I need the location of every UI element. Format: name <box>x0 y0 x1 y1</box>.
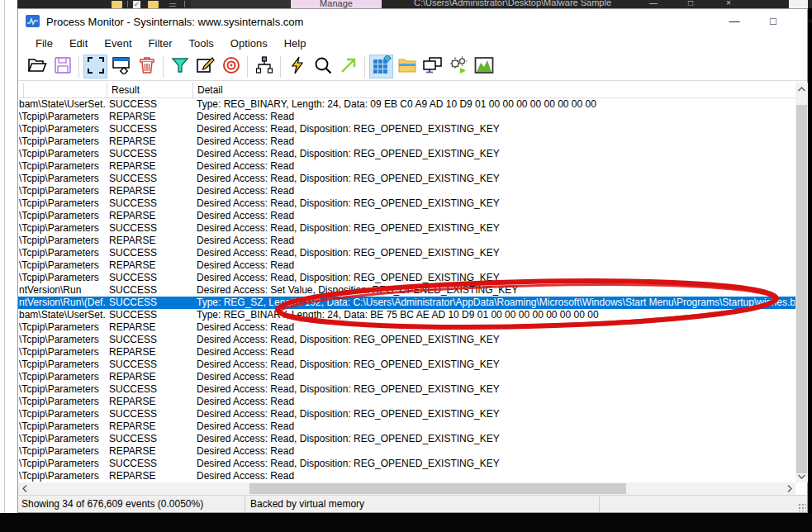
table-row[interactable]: \Tcpip\Parameters REPARSE Desired Access… <box>18 420 795 433</box>
cell-detail: Desired Access: Read, Disposition: REG_O… <box>197 334 795 346</box>
cell-detail: Desired Access: Read, Disposition: REG_O… <box>197 173 795 185</box>
cell-detail: Desired Access: Read, Disposition: REG_O… <box>197 148 795 160</box>
table-row[interactable]: \Tcpip\Parameters REPARSE Desired Access… <box>18 185 795 197</box>
cell-detail: Desired Access: Read <box>197 346 795 359</box>
highlight-button[interactable] <box>193 55 217 78</box>
resize-grip[interactable] <box>798 503 806 511</box>
horizontal-scrollbar[interactable] <box>18 482 795 495</box>
table-row[interactable]: \Tcpip\Parameters SUCCESS Desired Access… <box>18 433 795 445</box>
table-row[interactable]: \Tcpip\Parameters REPARSE Desired Access… <box>18 321 795 334</box>
column-header-result[interactable]: Result <box>112 84 140 96</box>
open-button[interactable] <box>25 55 49 78</box>
menu-item-help[interactable]: Help <box>276 35 315 52</box>
table-row[interactable]: \Tcpip\Parameters SUCCESS Desired Access… <box>18 334 795 346</box>
cell-result: SUCCESS <box>109 123 192 135</box>
manage-ribbon-tab[interactable]: Manage <box>291 0 382 8</box>
minimize-icon[interactable]: — <box>649 0 658 7</box>
table-row[interactable]: \Tcpip\Parameters REPARSE Desired Access… <box>18 111 795 123</box>
table-row[interactable]: \Tcpip\Parameters REPARSE Desired Access… <box>18 396 795 408</box>
clear-button[interactable] <box>135 55 159 78</box>
menu-item-filter[interactable]: Filter <box>140 35 181 52</box>
maximize-icon[interactable]: □ <box>688 0 693 7</box>
table-row[interactable]: \Tcpip\Parameters REPARSE Desired Access… <box>18 160 795 173</box>
menu-item-event[interactable]: Event <box>96 35 140 52</box>
table-row[interactable]: \Tcpip\Parameters SUCCESS Desired Access… <box>18 272 795 284</box>
show-network-toggle[interactable] <box>420 55 444 78</box>
cell-result: SUCCESS <box>109 197 192 210</box>
table-row[interactable]: \Tcpip\Parameters SUCCESS Desired Access… <box>18 173 795 185</box>
find-button[interactable] <box>311 55 335 78</box>
maximize-button[interactable]: □ <box>759 12 787 31</box>
table-row[interactable]: \Tcpip\Parameters REPARSE Desired Access… <box>18 346 795 359</box>
show-profiling-toggle[interactable] <box>472 55 496 78</box>
jump-to-button[interactable] <box>336 55 360 78</box>
include-process-button[interactable] <box>219 55 243 78</box>
show-process-toggle[interactable] <box>446 55 470 78</box>
lightning-button[interactable] <box>285 55 309 78</box>
close-button[interactable]: × <box>796 12 812 31</box>
minimize-button[interactable]: — <box>720 12 748 31</box>
scroll-down-icon[interactable] <box>795 470 808 482</box>
horizontal-scroll-thumb[interactable] <box>249 483 626 494</box>
cell-path: \Tcpip\Parameters <box>19 359 107 371</box>
table-row[interactable]: \Tcpip\Parameters REPARSE Desired Access… <box>18 135 795 148</box>
save-button[interactable] <box>50 55 74 78</box>
menu-item-tools[interactable]: Tools <box>181 35 222 52</box>
table-row[interactable]: ntVersion\Run SUCCESS Desired Access: Se… <box>18 284 795 297</box>
folder-icon <box>112 1 122 8</box>
table-row[interactable]: \Tcpip\Parameters REPARSE Desired Access… <box>18 470 795 482</box>
cell-result: SUCCESS <box>109 359 192 371</box>
process-monitor-window: Process Monitor - Sysinternals: www.sysi… <box>17 8 808 513</box>
table-row[interactable]: \Tcpip\Parameters SUCCESS Desired Access… <box>18 408 795 420</box>
cell-path: \Tcpip\Parameters <box>19 210 107 222</box>
table-row[interactable]: \Tcpip\Parameters REPARSE Desired Access… <box>18 371 795 383</box>
table-row[interactable]: \Tcpip\Parameters SUCCESS Desired Access… <box>18 148 795 160</box>
table-row[interactable]: \Tcpip\Parameters SUCCESS Desired Access… <box>18 123 795 135</box>
table-row[interactable]: \Tcpip\Parameters REPARSE Desired Access… <box>18 445 795 458</box>
cell-path: \Tcpip\Parameters <box>19 272 107 284</box>
show-registry-toggle[interactable] <box>369 55 393 78</box>
cell-detail: Desired Access: Read <box>197 470 795 482</box>
table-row[interactable]: ntVersion\Run\(Def... SUCCESS Type: REG_… <box>18 297 795 309</box>
cell-path: \Tcpip\Parameters <box>19 383 107 396</box>
cell-path: \Tcpip\Parameters <box>19 371 107 383</box>
scroll-right-icon[interactable] <box>783 482 795 495</box>
table-row[interactable]: \Tcpip\Parameters SUCCESS Desired Access… <box>18 247 795 259</box>
table-row[interactable]: bam\State\UserSet... SUCCESS Type: REG_B… <box>18 98 795 111</box>
table-row[interactable]: \Tcpip\Parameters SUCCESS Desired Access… <box>18 197 795 210</box>
vertical-scrollbar[interactable] <box>795 83 808 482</box>
table-row[interactable]: \Tcpip\Parameters SUCCESS Desired Access… <box>18 458 795 470</box>
menu-item-file[interactable]: File <box>27 35 61 52</box>
cell-path: \Tcpip\Parameters <box>19 123 107 135</box>
background-toolbar-segment <box>191 0 290 8</box>
titlebar[interactable]: Process Monitor - Sysinternals: www.sysi… <box>18 9 807 34</box>
table-row[interactable]: \Tcpip\Parameters SUCCESS Desired Access… <box>18 383 795 396</box>
cell-detail: Type: REG_BINARY, Length: 24, Data: 09 E… <box>197 98 795 111</box>
table-row[interactable]: bam\State\UserSet... SUCCESS Type: REG_B… <box>18 309 795 321</box>
table-row[interactable]: \Tcpip\Parameters REPARSE Desired Access… <box>18 259 795 272</box>
cell-path: \Tcpip\Parameters <box>19 173 107 185</box>
capture-toggle-button[interactable] <box>83 55 107 78</box>
column-header-detail[interactable]: Detail <box>197 84 223 96</box>
menu-item-edit[interactable]: Edit <box>61 35 96 52</box>
close-icon[interactable]: × <box>726 0 731 7</box>
table-row[interactable]: \Tcpip\Parameters REPARSE Desired Access… <box>18 235 795 247</box>
menu-item-options[interactable]: Options <box>222 35 276 52</box>
table-row[interactable]: \Tcpip\Parameters SUCCESS Desired Access… <box>18 359 795 371</box>
scroll-up-icon[interactable] <box>795 83 808 95</box>
search-icon <box>314 56 332 78</box>
table-row[interactable]: \Tcpip\Parameters REPARSE Desired Access… <box>18 210 795 222</box>
cell-detail: Type: REG_SZ, Length: 192, Data: C:\User… <box>197 297 795 309</box>
filter-button[interactable] <box>168 55 192 78</box>
cell-result: SUCCESS <box>109 148 192 160</box>
cell-path: \Tcpip\Parameters <box>19 420 107 433</box>
table-row[interactable]: \Tcpip\Parameters SUCCESS Desired Access… <box>18 222 795 235</box>
cell-path: \Tcpip\Parameters <box>19 222 107 235</box>
show-filesystem-toggle[interactable] <box>395 55 419 78</box>
autoscroll-button[interactable] <box>109 55 133 78</box>
target-icon <box>222 56 240 78</box>
process-tree-button[interactable] <box>252 55 276 78</box>
vertical-scroll-thumb[interactable] <box>796 105 807 473</box>
cell-detail: Desired Access: Read <box>197 135 795 148</box>
scroll-left-icon[interactable] <box>18 482 31 495</box>
